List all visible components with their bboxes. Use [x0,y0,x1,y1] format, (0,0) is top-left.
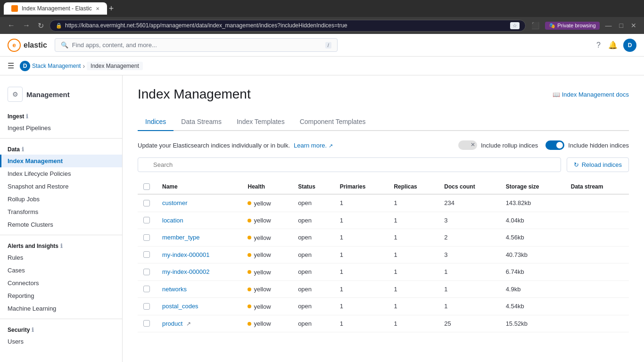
page-header: Index Management 📖 Index Management docs [138,87,629,102]
user-avatar[interactable]: D [623,39,636,52]
hidden-indices-toggle[interactable] [545,140,564,150]
row-checkbox[interactable] [143,217,150,223]
index-name-cell: location [157,212,242,229]
learn-more-text: Learn more. [294,142,327,149]
health-cell: yellow [242,280,292,298]
health-label: yellow [254,200,271,207]
health-dot-yellow [248,236,251,239]
help-button[interactable]: ? [594,39,603,51]
docs-link[interactable]: 📖 Index Management docs [553,91,629,98]
breadcrumb-bar: ☰ D Stack Management › Index Management [0,57,644,75]
row-checkbox[interactable] [143,269,150,275]
alerts-info-icon: ℹ [60,243,63,249]
tab-component-templates[interactable]: Component Templates [292,113,373,131]
col-primaries[interactable]: Primaries [334,180,388,194]
tab-data-streams[interactable]: Data Streams [173,113,229,131]
status-cell: open [292,229,334,247]
global-search-bar[interactable]: 🔍 Find apps, content, and more... / [55,38,338,52]
sidebar-item-ingest-pipelines[interactable]: Ingest Pipelines [0,122,122,134]
sidebar-item-rules[interactable]: Rules [0,251,122,264]
sidebar-item-remote-clusters[interactable]: Remote Clusters [0,218,122,231]
new-tab-button[interactable]: + [109,4,114,14]
row-checkbox-cell [138,263,157,281]
col-replicas[interactable]: Replicas [388,180,438,194]
primaries-cell: 1 [334,194,388,212]
sidebar-item-index-management[interactable]: Index Management [0,155,122,167]
browser-tab-active[interactable]: Index Management - Elastic ✕ [4,2,107,15]
index-name-cell: product ↗ [157,315,242,332]
app-shell: e elastic 🔍 Find apps, content, and more… [0,34,644,362]
extensions-button[interactable]: ⬛ [529,20,541,31]
index-name-link[interactable]: member_type [162,234,199,241]
sidebar-item-rollup-jobs[interactable]: Rollup Jobs [0,193,122,206]
status-cell: open [292,246,334,263]
row-checkbox[interactable] [143,286,150,292]
sidebar-item-cases[interactable]: Cases [0,264,122,277]
index-name-link[interactable]: postal_codes [162,303,198,310]
sidebar-item-users[interactable]: Users [0,335,122,348]
primaries-cell: 1 [334,280,388,298]
reload-button[interactable]: ↻ Reload indices [567,157,629,172]
index-name-link[interactable]: my-index-000002 [162,268,209,275]
address-bar[interactable]: 🔒 https://kibana.evermight.net:5601/app/… [50,20,526,32]
primaries-cell: 1 [334,298,388,315]
index-name-link[interactable]: customer [162,199,187,206]
index-name-link[interactable]: my-index-000001 [162,251,209,258]
sidebar-divider-2 [0,235,122,235]
table-row: product ↗ yellow open 1 1 25 15.52kb [138,315,629,332]
row-checkbox[interactable] [143,320,150,327]
col-data-stream[interactable]: Data stream [565,180,629,194]
sidebar-item-transforms[interactable]: Transforms [0,206,122,218]
index-name-link[interactable]: networks [162,286,187,293]
storage-size-cell: 4.56kb [500,229,565,247]
row-checkbox[interactable] [143,200,150,206]
lock-icon: 🔒 [56,23,62,29]
index-name-link[interactable]: product [162,320,182,327]
col-health[interactable]: Health [242,180,292,194]
row-checkbox-cell [138,315,157,332]
col-docs-count[interactable]: Docs count [438,180,500,194]
sidebar-item-machine-learning[interactable]: Machine Learning [0,302,122,315]
close-window-button[interactable]: ✕ [629,20,638,31]
index-name-cell: customer [157,194,242,212]
sidebar-section-data: Data ℹ [0,142,122,155]
select-all-checkbox[interactable] [143,183,150,190]
col-storage-size[interactable]: Storage size [500,180,565,194]
notifications-button[interactable]: 🔔 [606,39,619,51]
primaries-cell: 1 [334,212,388,229]
row-checkbox[interactable] [143,303,150,310]
search-placeholder: Find apps, content, and more... [72,41,157,49]
tab-close-button[interactable]: ✕ [96,6,99,11]
management-header: ⚙ Management [0,83,122,109]
menu-toggle-button[interactable]: ☰ [8,61,14,70]
breadcrumb-stack-management[interactable]: Stack Management [32,63,81,69]
sidebar-item-snapshot-restore[interactable]: Snapshot and Restore [0,180,122,193]
sidebar-item-index-lifecycle-policies[interactable]: Index Lifecycle Policies [0,167,122,180]
indices-table: Name Health Status Primaries Replicas Do… [138,180,629,332]
col-status[interactable]: Status [292,180,334,194]
tab-indices[interactable]: Indices [138,113,173,131]
index-name-link[interactable]: location [162,217,183,224]
maximize-button[interactable]: □ [618,20,625,31]
private-browsing-badge: 🎭 Private browsing [545,22,599,30]
primaries-cell: 1 [334,229,388,247]
minimize-button[interactable]: — [603,20,614,31]
health-dot-yellow [248,219,251,222]
back-button[interactable]: ← [6,19,17,32]
learn-more-link[interactable]: Learn more. ↗ [294,142,333,149]
rollup-toggle[interactable]: ✕ [458,140,477,150]
tab-index-templates[interactable]: Index Templates [229,113,292,131]
sidebar-item-connectors[interactable]: Connectors [0,277,122,289]
forward-button[interactable]: → [21,19,32,32]
row-checkbox[interactable] [143,234,150,241]
row-checkbox[interactable] [143,251,150,258]
replicas-cell: 1 [388,246,438,263]
elastic-logo[interactable]: e elastic [8,39,47,52]
sidebar-item-reporting[interactable]: Reporting [0,289,122,302]
table-row: my-index-000002 yellow open 1 1 1 6.74kb [138,263,629,281]
col-name[interactable]: Name [157,180,242,194]
refresh-button[interactable]: ↻ [36,19,46,32]
search-input[interactable] [138,157,561,172]
toolbar: 🔍 ↻ Reload indices [138,157,629,172]
status-cell: open [292,212,334,229]
